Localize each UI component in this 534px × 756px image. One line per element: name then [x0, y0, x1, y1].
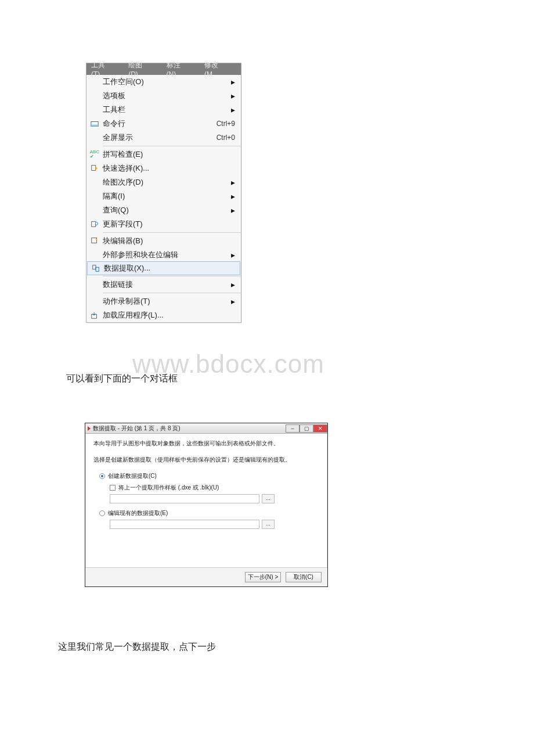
- menu-item-label: 工作空间(O): [103, 77, 231, 87]
- menu-item-label: 隔离(I): [103, 191, 231, 201]
- abc-icon: ABC✔: [86, 150, 103, 159]
- submenu-arrow-icon: ▸: [231, 280, 235, 289]
- checkbox-icon: [110, 485, 116, 491]
- menu-header-bar: 工具(T) 绘图(D) 标注(N) 修改(M: [86, 63, 241, 75]
- menu-header-tools[interactable]: 工具(T): [91, 60, 112, 78]
- menu-separator: [103, 276, 241, 276]
- existing-path-input[interactable]: [110, 520, 259, 529]
- app-icon: [88, 426, 91, 431]
- menu-item-label: 选项板: [103, 91, 231, 101]
- blk-icon: [86, 237, 103, 245]
- cmd-icon: [86, 120, 103, 128]
- template-path-input[interactable]: [110, 494, 259, 503]
- menu-item[interactable]: 加载应用程序(L)...: [86, 308, 241, 322]
- menu-item[interactable]: 命令行Ctrl+9: [86, 117, 241, 131]
- menu-separator: [103, 293, 241, 293]
- menu-item[interactable]: 更新字段(T): [86, 217, 241, 231]
- upd-icon: [86, 220, 103, 228]
- menu-item-label: 快速选择(K)...: [103, 163, 235, 174]
- paragraph-2: 这里我们常见一个数据提取，点下一步: [58, 641, 216, 653]
- template-path-row: ...: [110, 494, 319, 503]
- menu-item-label: 拼写检查(E): [103, 149, 235, 160]
- menu-item-label: 加载应用程序(L)...: [103, 310, 235, 321]
- menu-item-label: 全屏显示: [103, 132, 217, 143]
- maximize-button[interactable]: ▢: [300, 424, 313, 433]
- checkbox-template-label: 将上一个提取用作样板 (.dxe 或 .blk)(U): [118, 484, 219, 492]
- menu-item-label: 动作录制器(T): [103, 296, 231, 307]
- menu-header-modify[interactable]: 修改(M: [204, 60, 225, 78]
- menu-item[interactable]: 数据提取(X)...: [87, 261, 240, 275]
- radio-icon: [99, 510, 105, 516]
- menu-header-draw[interactable]: 绘图(D): [128, 60, 150, 78]
- radio-create-new-label: 创建新数据提取(C): [108, 472, 157, 480]
- menu-body: 工作空间(O)▸选项板▸工具栏▸命令行Ctrl+9全屏显示Ctrl+0ABC✔拼…: [86, 75, 241, 322]
- svg-rect-1: [91, 125, 98, 127]
- dialog-title-bar: 数据提取 - 开始 (第 1 页，共 8 页) – ▢ ✕: [85, 423, 327, 434]
- svg-rect-2: [92, 165, 96, 171]
- window-buttons: – ▢ ✕: [286, 424, 327, 433]
- menu-item[interactable]: 块编辑器(B): [86, 234, 241, 248]
- checkbox-use-template[interactable]: 将上一个提取用作样板 (.dxe 或 .blk)(U): [110, 484, 319, 492]
- submenu-arrow-icon: ▸: [231, 106, 235, 114]
- menu-header-annotate[interactable]: 标注(N): [167, 60, 188, 78]
- menu-item[interactable]: 查询(Q)▸: [86, 203, 241, 217]
- menu-item-label: 更新字段(T): [103, 219, 235, 229]
- submenu-arrow-icon: ▸: [231, 92, 235, 100]
- menu-item-label: 绘图次序(D): [103, 177, 231, 188]
- radio-edit-existing-label: 编辑现有的数据提取(E): [108, 509, 168, 517]
- menu-item[interactable]: 工具栏▸: [86, 103, 241, 117]
- svg-rect-5: [93, 265, 96, 269]
- dialog-footer: 下一步(N) > 取消(C): [85, 567, 327, 586]
- existing-path-row: ...: [110, 520, 319, 529]
- menu-item-label: 外部参照和块在位编辑: [103, 250, 231, 260]
- submenu-arrow-icon: ▸: [231, 251, 235, 259]
- dialog-intro-2: 选择是创建新数据提取（使用样板中先前保存的设置）还是编辑现有的提取。: [93, 456, 319, 464]
- paragraph-1: 可以看到下面的一个对话框: [66, 373, 178, 385]
- menu-item-shortcut: Ctrl+9: [217, 120, 235, 128]
- svg-rect-3: [92, 222, 96, 227]
- menu-item-label: 数据链接: [103, 279, 231, 290]
- tools-menu: 工具(T) 绘图(D) 标注(N) 修改(M 工作空间(O)▸选项板▸工具栏▸命…: [86, 63, 241, 323]
- menu-item-shortcut: Ctrl+0: [217, 134, 235, 142]
- template-browse-button[interactable]: ...: [262, 494, 275, 503]
- menu-item-label: 数据提取(X)...: [104, 263, 234, 273]
- submenu-arrow-icon: ▸: [231, 206, 235, 214]
- menu-item[interactable]: 外部参照和块在位编辑▸: [86, 248, 241, 262]
- menu-item[interactable]: ABC✔拼写检查(E): [86, 147, 241, 161]
- radio-edit-existing[interactable]: 编辑现有的数据提取(E): [99, 509, 319, 517]
- menu-item-label: 块编辑器(B): [103, 236, 235, 246]
- submenu-arrow-icon: ▸: [231, 192, 235, 200]
- radio-create-new[interactable]: 创建新数据提取(C): [99, 472, 319, 480]
- menu-separator: [103, 146, 241, 146]
- radio-icon: [99, 473, 105, 479]
- menu-item[interactable]: 选项板▸: [86, 89, 241, 103]
- close-button[interactable]: ✕: [313, 424, 327, 433]
- minimize-button[interactable]: –: [286, 424, 300, 433]
- ext-icon: [88, 264, 104, 272]
- menu-item[interactable]: 全屏显示Ctrl+0: [86, 131, 241, 145]
- submenu-arrow-icon: ▸: [231, 297, 235, 305]
- submenu-arrow-icon: ▸: [231, 78, 235, 86]
- cancel-button[interactable]: 取消(C): [286, 572, 322, 582]
- qsel-icon: [86, 164, 103, 172]
- svg-rect-6: [96, 267, 99, 271]
- menu-item-label: 命令行: [103, 118, 217, 129]
- dialog-body: 本向导用于从图形中提取对象数据，这些数据可输出到表格或外部文件。 选择是创建新数…: [85, 434, 327, 567]
- menu-item[interactable]: 绘图次序(D)▸: [86, 175, 241, 189]
- menu-separator: [103, 232, 241, 233]
- dialog-intro-1: 本向导用于从图形中提取对象数据，这些数据可输出到表格或外部文件。: [93, 440, 319, 448]
- next-button[interactable]: 下一步(N) >: [245, 572, 281, 582]
- menu-item[interactable]: 工作空间(O)▸: [86, 75, 241, 89]
- menu-item[interactable]: 快速选择(K)...: [86, 161, 241, 175]
- dialog-title: 数据提取 - 开始 (第 1 页，共 8 页): [93, 424, 286, 433]
- existing-browse-button[interactable]: ...: [262, 520, 275, 529]
- menu-item[interactable]: 数据链接▸: [86, 278, 241, 291]
- menu-item-label: 工具栏: [103, 105, 231, 115]
- menu-item-label: 查询(Q): [103, 205, 231, 215]
- menu-item[interactable]: 动作录制器(T)▸: [86, 294, 241, 308]
- data-extraction-dialog: 数据提取 - 开始 (第 1 页，共 8 页) – ▢ ✕ 本向导用于从图形中提…: [85, 423, 328, 587]
- load-icon: [86, 311, 103, 319]
- submenu-arrow-icon: ▸: [231, 178, 235, 186]
- menu-item[interactable]: 隔离(I)▸: [86, 189, 241, 203]
